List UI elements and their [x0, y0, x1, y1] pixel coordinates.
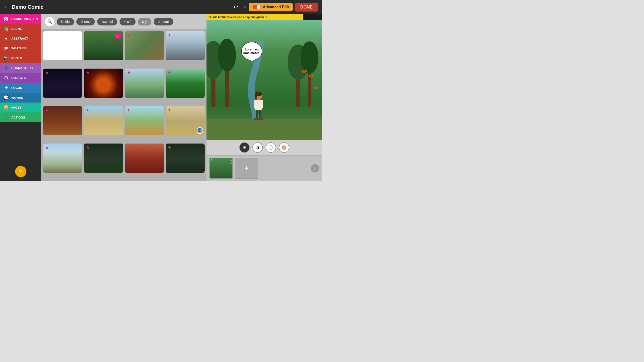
header-controls: ↩ ↪ Advanced Edit DONE [233, 3, 318, 12]
focus-icon: ✦ [3, 85, 9, 90]
sidebar-item-scene[interactable]: 🎭 SCENE [0, 24, 41, 34]
chevron-down-icon: ▾ [36, 17, 38, 21]
favorite-star-icon: ★ [127, 108, 130, 113]
search-button[interactable]: 🔍 [45, 17, 54, 26]
tag-home[interactable]: #home [76, 18, 95, 26]
svg-rect-18 [260, 100, 263, 108]
sidebar-label-photo: PHOTO [11, 56, 22, 60]
favorite-star-icon: ★ [86, 70, 90, 75]
grid-item-5[interactable]: ★ [43, 68, 82, 98]
grid-item-12[interactable]: ★ 👤 [166, 106, 204, 135]
timeline-next-button[interactable]: › [311, 164, 319, 172]
weather-icon: 🌧 [3, 46, 9, 51]
scene-icon: 🎭 [3, 26, 9, 31]
history-button[interactable]: 🕐 [266, 142, 276, 153]
grid-item-9[interactable]: ★ [43, 106, 82, 135]
advanced-edit-button[interactable]: Advanced Edit [249, 3, 293, 11]
done-button[interactable]: DONE [295, 3, 318, 12]
sidebar-label-faces: FACES [11, 106, 22, 109]
add-frame-button[interactable]: + [235, 158, 258, 179]
palette-button[interactable]: 🎨 [279, 142, 289, 153]
grid-item-2[interactable]: ✓ [84, 31, 123, 60]
sidebar-item-focus[interactable]: ✦ FOCUS [0, 83, 41, 92]
grid-item-3[interactable]: ★ [125, 31, 164, 60]
sidebar-label-weather: WEATHER [11, 46, 27, 50]
svg-rect-24 [255, 94, 257, 99]
sidebar-item-photo[interactable]: 📷 PHOTO [0, 53, 41, 63]
svg-point-8 [300, 42, 318, 74]
preview-caption: Suada luctus viverra cons dapibus quam u… [206, 14, 303, 20]
grid-item-4[interactable]: ★ [166, 31, 204, 60]
main-area: 🖼 BACKGROUND ▾ 🎭 SCENE ● ABSTRACT 🌧 WEAT… [0, 14, 322, 181]
favorite-star-icon: ★ [86, 108, 90, 113]
help-button[interactable]: ? [15, 166, 26, 177]
tag-outdoor[interactable]: outdoor [154, 18, 173, 26]
grid-item-10[interactable]: ★ [84, 106, 123, 135]
svg-rect-17 [254, 100, 257, 108]
advanced-edit-toggle [252, 5, 261, 10]
grid-item-14[interactable]: ★ [84, 144, 123, 173]
frame-number: 1 [211, 159, 212, 162]
background-icon: 🖼 [3, 16, 9, 22]
photo-icon: 📷 [3, 56, 9, 60]
star-outline-icon: ☆ [45, 32, 49, 38]
grid-item-6[interactable]: ★ [84, 68, 123, 98]
sidebar-item-words[interactable]: 💬 WORDS [0, 92, 41, 102]
sidebar: 🖼 BACKGROUND ▾ 🎭 SCENE ● ABSTRACT 🌧 WEAT… [0, 14, 41, 181]
sidebar-label-objects: OBJECTS [11, 76, 26, 80]
sidebar-label-abstract: ABSTRACT [11, 37, 28, 40]
comic-preview: Suada luctus viverra cons dapibus quam u… [206, 14, 322, 140]
sidebar-item-background[interactable]: 🖼 BACKGROUND ▾ [0, 14, 41, 24]
undo-button[interactable]: ↩ [233, 3, 239, 11]
favorite-star-icon: ★ [45, 145, 49, 150]
tag-school[interactable]: #school [97, 18, 117, 26]
sidebar-item-actions[interactable]: 🚶 ACTIONS [0, 112, 41, 122]
grid-item-7[interactable]: ★ [125, 68, 164, 98]
grid-item-15[interactable]: ★ [125, 144, 164, 173]
characters-icon: 👤 [3, 65, 9, 70]
sidebar-label-characters: CHARACTERS [11, 66, 33, 70]
selected-check-icon: ✓ [114, 32, 121, 39]
content-area: 🔍 inside #home #school #scifi city outdo… [41, 14, 206, 181]
sidebar-item-characters[interactable]: 👤 CHARACTERS [0, 63, 41, 73]
tag-scifi[interactable]: #scifi [120, 18, 136, 26]
app-title: Demo Comic [12, 4, 230, 10]
background-grid: ☆ ✓ ★ ★ ★ ★ ★ ★ [41, 29, 206, 181]
grid-item-11[interactable]: ★ [125, 106, 164, 135]
actions-icon: 🚶 [3, 115, 9, 120]
words-icon: 💬 [3, 95, 9, 100]
brightness-button[interactable]: ☀ [239, 142, 250, 153]
abstract-icon: ● [3, 36, 9, 41]
sidebar-item-abstract[interactable]: ● ABSTRACT [0, 34, 41, 43]
sidebar-item-faces[interactable]: 😊 FACES [0, 102, 41, 112]
add-frame-icon: + [244, 164, 249, 172]
svg-point-22 [258, 118, 263, 120]
grid-item-13[interactable]: ★ [43, 144, 82, 173]
back-button[interactable]: ← [4, 4, 9, 10]
sidebar-item-weather[interactable]: 🌧 WEATHER [0, 43, 41, 53]
contrast-button[interactable]: ◑ [252, 142, 263, 153]
grid-item-8[interactable]: ★ [166, 68, 204, 98]
preview-caption-black [303, 14, 322, 20]
faces-icon: 😊 [3, 105, 9, 110]
tag-inside[interactable]: inside [57, 18, 74, 26]
star-gray-icon: ★ [168, 145, 171, 150]
favorite-star-icon: ★ [127, 32, 130, 38]
preview-controls: ☀ ◑ 🕐 🎨 [206, 140, 322, 155]
sidebar-label-actions: ACTIONS [11, 116, 25, 119]
favorite-star-icon: ★ [127, 70, 130, 75]
sidebar-item-objects[interactable]: ⬡ OBJECTS [0, 73, 41, 83]
sidebar-label-focus: FOCUS [11, 86, 22, 90]
grid-item-16[interactable]: ★ [166, 144, 204, 173]
favorite-star-icon: ★ [127, 145, 130, 150]
sidebar-label-background: BACKGROUND [11, 17, 34, 21]
preview-panel: Suada luctus viverra cons dapibus quam u… [206, 14, 322, 181]
redo-button[interactable]: ↪ [241, 3, 247, 11]
favorite-star-icon: ★ [45, 70, 49, 75]
forest-background-svg [206, 33, 322, 140]
favorite-star-icon: ★ [45, 108, 49, 113]
tag-city[interactable]: city [138, 18, 151, 26]
filter-bar: 🔍 inside #home #school #scifi city outdo… [41, 14, 206, 29]
grid-item-1[interactable]: ☆ [43, 31, 82, 60]
timeline-frame-1[interactable]: 1 [209, 158, 233, 179]
